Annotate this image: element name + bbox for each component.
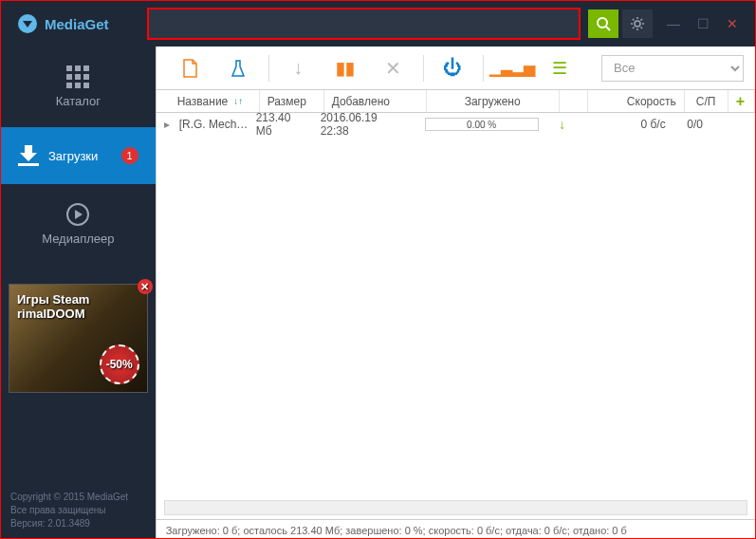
add-magnet-button[interactable] [215,46,263,90]
sidebar: Каталог Загрузки 1 Медиаплеер ✕ Игры Ste… [1,46,156,539]
power-icon: ⏻ [443,57,462,79]
add-column-button[interactable]: + [736,93,745,110]
file-add-icon [182,59,199,78]
close-icon: ✕ [385,57,401,80]
player-icon [66,203,89,226]
column-name[interactable]: Название↓↑ [170,90,260,112]
footer-rights: Все права защищены [10,504,146,517]
list-button[interactable]: ☰ [537,46,584,90]
sidebar-item-catalog[interactable]: Каталог [1,46,156,127]
catalog-icon [66,65,89,88]
search-container [147,8,581,40]
stats-button[interactable]: ▁▃▂▅ [489,46,537,90]
power-button[interactable]: ⏻ [430,46,477,90]
footer-info: Copyright © 2015 MediaGet Все права защи… [1,481,156,539]
download-arrow-icon: ↓ [559,117,565,132]
pause-icon: ▮▮ [336,58,355,79]
cell-sp: 0/0 [673,113,717,136]
ad-banner[interactable]: ✕ Игры Steam rimalDOOM -50% [9,284,148,393]
toolbar: ↓ ▮▮ ✕ ⏻ ▁▃▂▅ ☰ Все [157,46,755,90]
sidebar-item-downloads[interactable]: Загрузки 1 [1,127,156,184]
expand-caret[interactable]: ▸ [157,113,172,136]
move-down-button[interactable]: ↓ [275,46,323,90]
search-button[interactable] [588,9,618,38]
download-icon [18,145,39,166]
search-icon [596,16,611,31]
ad-close-button[interactable]: ✕ [138,279,153,294]
maximize-button[interactable]: ☐ [697,16,710,31]
svg-point-0 [598,18,607,28]
footer-copyright: Copyright © 2015 MediaGet [10,491,146,504]
close-button[interactable]: ✕ [727,16,738,31]
app-logo: MediaGet [18,14,109,33]
svg-point-2 [635,21,640,27]
cell-speed: 0 б/с [577,113,673,136]
sidebar-item-player[interactable]: Медиаплеер [1,184,156,265]
cell-size: 213.40 Мб [249,113,313,136]
column-sp[interactable]: С/П [685,90,728,112]
flask-icon [230,59,246,78]
settings-button[interactable] [622,9,653,38]
ad-discount-badge: -50% [100,344,139,384]
cell-added: 2016.06.19 22:38 [313,113,415,136]
titlebar: MediaGet — ☐ ✕ [1,1,755,46]
horizontal-scrollbar[interactable] [164,500,747,515]
footer-version: Версия: 2.01.3489 [10,517,146,530]
downloads-badge: 1 [121,147,138,164]
pause-button[interactable]: ▮▮ [323,46,370,90]
sidebar-downloads-label: Загрузки [48,149,98,163]
filter-select[interactable]: Все [601,55,744,82]
add-file-button[interactable] [168,46,215,90]
cell-name: [R.G. Mech… [172,113,249,136]
table-header: Название↓↑ Размер Добавлено Загружено Ск… [157,90,755,113]
statusbar: Загружено: 0 б; осталось 213.40 Мб; заве… [157,519,755,539]
list-icon: ☰ [552,58,567,79]
delete-button[interactable]: ✕ [370,46,417,90]
ad-text-2: rimalDOOM [17,307,139,321]
column-speed[interactable]: Скорость [588,90,685,112]
sort-icon: ↓↑ [233,96,243,106]
column-loaded[interactable]: Загружено [427,90,560,112]
ad-text-1: Игры Steam [17,292,139,307]
cell-progress: 0.00 % [415,113,548,136]
app-name: MediaGet [45,16,109,32]
gear-icon [630,16,645,31]
search-input[interactable] [149,9,579,38]
sidebar-catalog-label: Каталог [56,94,101,108]
minimize-button[interactable]: — [667,16,680,31]
table-row[interactable]: ▸ [R.G. Mech… 213.40 Мб 2016.06.19 22:38… [157,113,755,136]
column-size[interactable]: Размер [260,90,324,112]
main-panel: ↓ ▮▮ ✕ ⏻ ▁▃▂▅ ☰ Все Название↓↑ Размер До… [156,46,755,539]
status-text: Загружено: 0 б; осталось 213.40 Мб; заве… [166,525,627,536]
arrow-down-icon: ↓ [293,57,303,79]
content-area [157,136,755,500]
logo-icon [18,14,37,33]
chart-icon: ▁▃▂▅ [489,59,535,77]
sidebar-player-label: Медиаплеер [42,232,114,246]
column-added[interactable]: Добавлено [324,90,427,112]
svg-line-1 [606,27,610,30]
window-controls: — ☐ ✕ [667,16,755,31]
